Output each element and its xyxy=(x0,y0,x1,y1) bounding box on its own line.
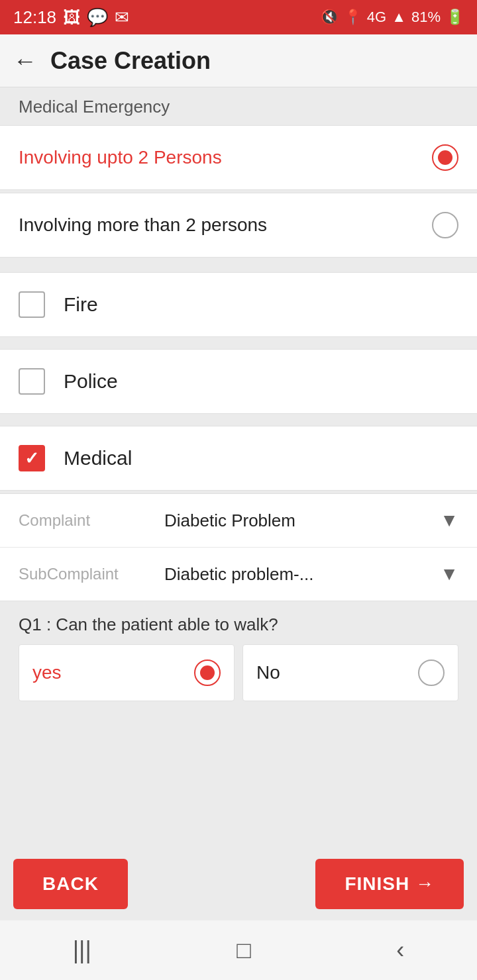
answer-yes-radio xyxy=(194,660,221,686)
content-area: Medical Emergency Involving upto 2 Perso… xyxy=(0,87,477,848)
answer-yes-label: yes xyxy=(32,662,62,683)
checkbox-label-police: Police xyxy=(64,370,118,393)
dropdown-subcomplaint[interactable]: SubComplaint Diabetic problem-... ▼ xyxy=(0,548,477,601)
checkbox-box-medical xyxy=(19,445,45,471)
checkbox-box-police xyxy=(19,368,45,395)
nav-back-icon[interactable]: ‹ xyxy=(396,936,404,964)
status-left: 12:18 🖼 💬 ✉ xyxy=(13,7,129,28)
checkbox-label-fire: Fire xyxy=(64,293,98,316)
checkbox-label-medical: Medical xyxy=(64,447,132,469)
nav-home-icon[interactable]: □ xyxy=(237,936,251,964)
mute-icon: 🔇 xyxy=(321,9,339,26)
dropdown-section: Complaint Diabetic Problem ▼ SubComplain… xyxy=(0,493,477,601)
page-title: Case Creation xyxy=(50,47,211,75)
answer-no-radio xyxy=(418,660,445,686)
answer-row: yes No xyxy=(19,644,458,701)
checkbox-fire[interactable]: Fire xyxy=(0,272,477,337)
complaint-arrow-icon: ▼ xyxy=(440,510,458,531)
answer-yes[interactable]: yes xyxy=(19,644,235,701)
network-4g-icon: 4G xyxy=(367,9,386,26)
finish-button[interactable]: FINISH → xyxy=(315,859,464,909)
photo-icon: 🖼 xyxy=(63,7,80,28)
message-icon: 💬 xyxy=(87,7,108,28)
radio-label-up-to-2: Involving upto 2 Persons xyxy=(19,147,222,168)
question-section: Q1 : Can the patient able to walk? yes N… xyxy=(0,601,477,710)
section-label: Medical Emergency xyxy=(0,87,477,122)
status-right: 🔇 📍 4G ▲ 81% 🔋 xyxy=(321,9,464,26)
section-gap-1 xyxy=(0,260,477,272)
mail-icon: ✉ xyxy=(115,7,129,28)
section-gap-2 xyxy=(0,337,477,349)
answer-no-label: No xyxy=(256,662,280,683)
checkbox-box-fire xyxy=(19,291,45,318)
section-gap-3 xyxy=(0,414,477,426)
radio-circle-more-than-2 xyxy=(432,212,458,238)
header: ← Case Creation xyxy=(0,34,477,87)
nav-menu-icon[interactable]: ||| xyxy=(73,936,91,964)
question-text: Q1 : Can the patient able to walk? xyxy=(19,614,458,635)
battery-text: 81% xyxy=(411,9,441,26)
signal-icon: ▲ xyxy=(392,9,406,26)
back-arrow-icon[interactable]: ← xyxy=(13,47,37,75)
answer-no[interactable]: No xyxy=(242,644,458,701)
radio-option-more-than-2[interactable]: Involving more than 2 persons xyxy=(0,193,477,258)
battery-icon: 🔋 xyxy=(446,9,464,26)
status-time: 12:18 xyxy=(13,7,56,28)
nav-bar: ||| □ ‹ xyxy=(0,920,477,980)
subcomplaint-field-label: SubComplaint xyxy=(19,565,164,583)
status-bar: 12:18 🖼 💬 ✉ 🔇 📍 4G ▲ 81% 🔋 xyxy=(0,0,477,34)
subcomplaint-arrow-icon: ▼ xyxy=(440,564,458,585)
checkbox-medical[interactable]: Medical xyxy=(0,426,477,491)
dropdown-complaint[interactable]: Complaint Diabetic Problem ▼ xyxy=(0,494,477,548)
location-icon: 📍 xyxy=(344,9,362,26)
complaint-field-label: Complaint xyxy=(19,511,164,530)
checkbox-police[interactable]: Police xyxy=(0,349,477,414)
radio-circle-up-to-2 xyxy=(432,144,458,171)
bottom-bar: BACK FINISH → xyxy=(0,848,477,920)
radio-option-up-to-2[interactable]: Involving upto 2 Persons xyxy=(0,125,477,190)
subcomplaint-value: Diabetic problem-... xyxy=(164,564,440,585)
back-button[interactable]: BACK xyxy=(13,859,128,909)
complaint-value: Diabetic Problem xyxy=(164,511,440,531)
radio-label-more-than-2: Involving more than 2 persons xyxy=(19,215,267,236)
